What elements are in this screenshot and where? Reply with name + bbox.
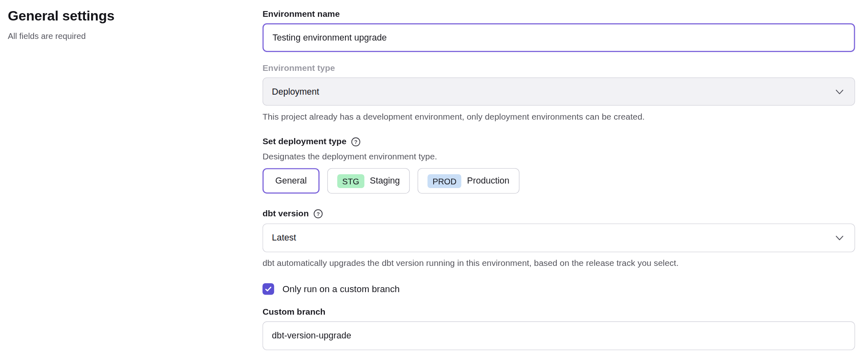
environment-type-helper: This project already has a development e… [263,112,855,122]
settings-page: General settings All fields are required… [0,0,868,354]
deployment-type-option-production[interactable]: PROD Production [418,168,519,193]
help-icon[interactable]: ? [351,137,360,146]
deployment-type-helper: Designates the deployment environment ty… [263,152,855,161]
option-staging-label: Staging [370,176,400,186]
chevron-down-icon [836,236,843,241]
custom-branch-label: Custom branch [263,307,855,317]
settings-form: Environment name Environment type Deploy… [263,8,855,350]
dbt-version-label-text: dbt version [263,209,309,218]
environment-name-input[interactable] [263,23,855,52]
dbt-version-label: dbt version ? [263,209,855,218]
page-title: General settings [8,8,263,24]
chevron-down-icon [836,89,843,94]
general-settings-canvas: General settings All fields are required… [0,0,868,354]
custom-branch-toggle-row: Only run on a custom branch [263,283,855,295]
production-badge: PROD [427,174,461,188]
staging-badge: STG [337,174,364,188]
custom-branch-checkbox[interactable] [263,283,274,295]
dbt-version-select[interactable]: Latest [263,223,855,252]
section-header: General settings All fields are required [8,8,263,41]
help-icon[interactable]: ? [313,209,322,218]
deployment-type-options: General STG Staging PROD Production [263,168,855,193]
dbt-version-helper: dbt automatically upgrades the dbt versi… [263,258,855,268]
environment-type-value: Deployment [272,86,319,96]
deployment-type-option-staging[interactable]: STG Staging [327,168,410,193]
deployment-type-label: Set deployment type ? [263,136,855,146]
dbt-version-value: Latest [272,233,296,243]
deployment-type-option-general[interactable]: General [263,168,320,193]
environment-type-select: Deployment [263,77,855,106]
environment-type-label: Environment type [263,63,855,73]
check-icon [265,286,272,293]
environment-name-label: Environment name [263,9,855,19]
help-icon-glyph: ? [316,211,320,217]
option-production-label: Production [467,176,509,186]
custom-branch-input[interactable] [263,321,855,350]
custom-branch-checkbox-label[interactable]: Only run on a custom branch [283,284,400,295]
deployment-type-label-text: Set deployment type [263,136,347,146]
option-general-label: General [275,176,307,186]
help-icon-glyph: ? [354,139,357,145]
page-subtitle: All fields are required [8,31,263,41]
